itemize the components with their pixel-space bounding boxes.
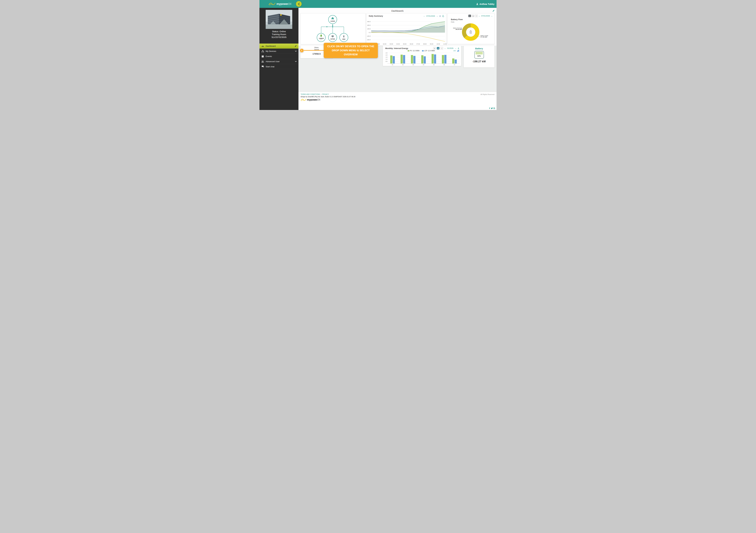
y-axis-label: -100.0	[367, 35, 370, 37]
battery-flow-date: 07/01/2026	[481, 15, 490, 17]
period-month-button[interactable]: M	[472, 15, 474, 17]
site-power-value: 141kW	[330, 20, 335, 22]
edit-dashboard-icon[interactable]	[295, 45, 297, 47]
x-axis-label: 02	[401, 64, 405, 66]
monthly-legend: PV: 13.3 MWh LCP: 12.4 MWh	[401, 50, 442, 52]
site-name: Training Room	[259, 33, 298, 36]
period-day-button[interactable]: D	[469, 15, 471, 17]
flow-node-pv[interactable]: 337kW	[328, 33, 337, 42]
monthly-x-axis: 01020304050607	[387, 64, 460, 66]
terms-link[interactable]: TERMS AND CONDITIONS	[301, 94, 320, 95]
x-axis-label: 01	[391, 64, 395, 66]
privacy-link[interactable]: PRIVACY	[322, 94, 329, 95]
x-axis-label: 11:00	[443, 43, 447, 45]
y-axis-label: 100.0	[367, 28, 370, 30]
user-menu[interactable]: Anthea Tubby	[476, 0, 495, 8]
next-day-arrow[interactable]: →	[436, 15, 438, 17]
battery-discharge-label: Battery Discharge 340.60 kWh	[449, 27, 462, 30]
monthly-y-axis: 2.52.01.51.00.5	[384, 52, 387, 64]
google-icon[interactable]	[493, 107, 495, 109]
sidebar-item-dashboard[interactable]: Dashboard	[259, 43, 298, 48]
callout-text: CLICK ON MY DEVICES TO OPEN THE DROP DOW…	[324, 44, 378, 57]
battery-card: Battery 63% -198.27 kW	[464, 46, 495, 68]
devices-icon	[261, 50, 264, 52]
period-year-button[interactable]: Y	[475, 15, 478, 17]
battery-soc-percent: 63%	[475, 55, 484, 57]
daily-summary-controls: ← 07/01/2026 →	[423, 15, 444, 17]
flow-node-grid[interactable]: 0kW	[339, 33, 348, 42]
dashboard-icon	[261, 45, 264, 47]
monthly-header: Monthly: Interval Energy D M Y ← 01/2026…	[383, 46, 461, 49]
next-day-arrow[interactable]: →	[491, 15, 493, 17]
battery-soc-value: 63%	[320, 39, 322, 41]
pv-legend-label: PV: 13.3 MWh	[410, 50, 419, 52]
battery-flow-controls: D M Y ← 07/01/2026 →	[447, 14, 495, 17]
menu-label-start-chat: Start chat	[266, 66, 274, 68]
period-year-button[interactable]: Y	[441, 47, 443, 49]
step-number: 1	[301, 49, 302, 52]
site-info: Status: Online Training Room SLV20702353…	[259, 30, 298, 39]
twitter-icon[interactable]	[491, 107, 493, 109]
sidebar-item-my-devices[interactable]: My Devices	[259, 48, 298, 54]
menu-label-dashboard: Dashboard	[266, 45, 276, 47]
prev-day-arrow[interactable]: ←	[423, 15, 425, 17]
facebook-icon[interactable]	[489, 107, 490, 109]
legend-item-pv[interactable]: PV: 13.3 MWh	[408, 50, 419, 52]
daily-x-axis: 00:0001:0002:0003:0004:0005:0006:0007:00…	[371, 43, 445, 45]
battery-flow-card: D M Y ← 07/01/2026 → Battery Flow Daily …	[447, 13, 495, 44]
y-axis-label: 2.0	[386, 54, 387, 56]
site-serial: SLV207023535	[259, 36, 298, 39]
battery-flow-subtitle: Daily	[451, 21, 454, 23]
bar-chart-icon[interactable]	[457, 50, 459, 52]
footer-brand-name: mypower	[307, 98, 317, 101]
chevron-down-icon[interactable]	[295, 51, 297, 52]
download-icon[interactable]	[458, 47, 459, 49]
menu-label-events: Events	[266, 55, 272, 57]
flow-node-battery[interactable]: -198kW 63%	[317, 33, 326, 42]
site-status: Status: Online	[259, 30, 298, 33]
sidebar-item-events[interactable]: Events	[259, 54, 298, 59]
sidebar-menu: Dashboard My Devices Events	[259, 43, 298, 69]
monthly-title: Monthly: Interval Energy	[385, 47, 408, 49]
flow-node-site[interactable]: 141kW	[328, 15, 337, 24]
user-name: Anthea Tubby	[479, 3, 495, 5]
x-axis-label: 06	[442, 64, 446, 66]
sidebar-item-start-chat[interactable]: Start chat	[259, 64, 298, 69]
grid-icon	[343, 35, 345, 38]
daily-summary-card: Daily Summary ← 07/01/2026 → 300.0200.01…	[366, 13, 446, 46]
download-icon[interactable]	[439, 15, 441, 17]
x-axis-label: 04	[421, 64, 426, 66]
prev-day-arrow[interactable]: ←	[478, 15, 480, 17]
chevron-down-icon[interactable]	[295, 61, 297, 62]
callout-connector-line	[302, 50, 324, 51]
next-month-arrow[interactable]: →	[454, 47, 456, 49]
brand-text: mypower24	[277, 2, 291, 6]
sidebar-item-advanced-user[interactable]: Advanced User	[259, 59, 298, 64]
rights-text: All Rights Reserved	[480, 94, 495, 95]
x-axis-label: 03	[411, 64, 415, 66]
y-axis-label: -200.0	[367, 39, 370, 41]
energy-flow-card: 141kW -198kW 63% 337kW 0kW	[300, 13, 365, 44]
touch-icon[interactable]	[442, 15, 444, 17]
battery-card-title: Battery	[464, 47, 495, 50]
collapse-sidebar-button[interactable]	[296, 1, 302, 7]
edit-page-title-icon[interactable]	[493, 10, 495, 13]
app-window: mypower24 Anthea Tubby	[259, 0, 497, 110]
period-month-button[interactable]: M	[437, 47, 439, 49]
period-day-button[interactable]: D	[433, 47, 436, 49]
brand-logo[interactable]: mypower24	[269, 2, 291, 6]
line-chart-icon[interactable]	[453, 50, 456, 52]
link-separator: |	[321, 94, 321, 95]
chat-icon	[261, 66, 264, 68]
solar-panel-icon	[331, 35, 334, 38]
prev-month-arrow[interactable]: ←	[444, 47, 446, 49]
person-icon	[476, 3, 478, 5]
legend-item-lcp[interactable]: LCP: 12.4 MWh	[422, 50, 435, 52]
menu-label-my-devices: My Devices	[266, 50, 276, 52]
battery-power-reading: -198.27 kW	[464, 60, 495, 63]
site-photo	[266, 10, 292, 29]
discharge-value: 340.60 kWh	[449, 29, 462, 30]
x-axis-label: 06:00	[409, 43, 414, 45]
x-axis-label: 05	[432, 64, 436, 66]
logo-wave-icon	[301, 98, 306, 101]
